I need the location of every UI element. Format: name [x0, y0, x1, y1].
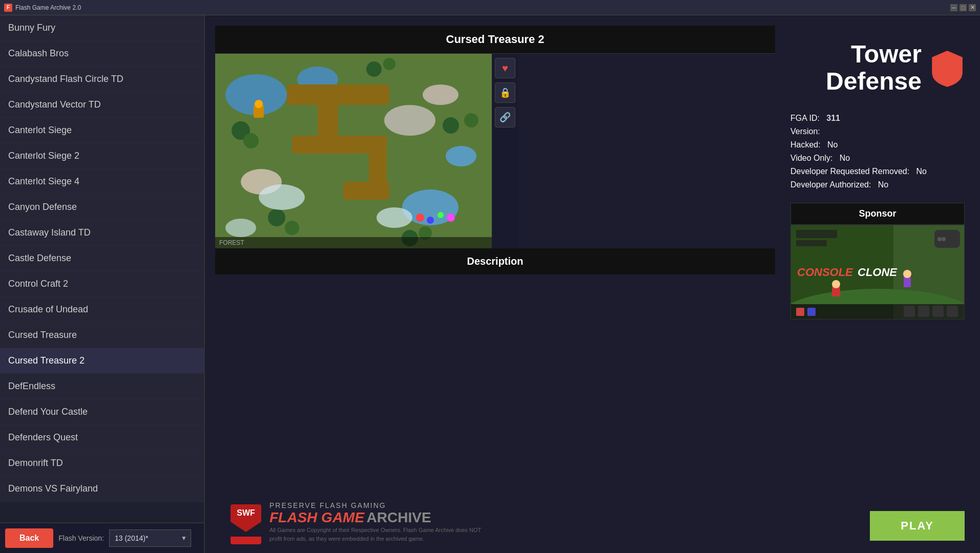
game-sidebar-buttons: ♥ 🔒 🔗	[492, 54, 518, 248]
flash-logo-text: PRESERVE FLASH GAMING FLASH GAME ARCHIVE…	[269, 501, 485, 543]
swf-badge-bottom	[231, 537, 261, 544]
swf-badge: SWF	[231, 504, 261, 522]
game-panel: Cursed Treasure 2	[215, 26, 970, 325]
hacked-value: No	[827, 140, 838, 149]
sidebar-item-canterlot-siege[interactable]: Canterlot Siege	[0, 118, 204, 143]
close-button[interactable]: ✕	[969, 4, 976, 11]
svg-rect-47	[796, 240, 827, 246]
svg-point-25	[225, 219, 256, 237]
dev-removed-row: Developer Requested Removed: No	[790, 167, 965, 176]
title-bar-controls[interactable]: ─ □ ✕	[950, 4, 976, 11]
svg-point-12	[423, 84, 458, 105]
flash-version-select[interactable]: 13 (2014)*	[109, 529, 191, 547]
svg-point-18	[285, 221, 299, 235]
svg-point-31	[447, 214, 455, 222]
sidebar-item-cursed-treasure-2[interactable]: Cursed Treasure 2	[0, 348, 204, 374]
svg-point-16	[464, 113, 478, 127]
svg-rect-55	[918, 306, 929, 317]
sidebar-item-bunny-fury[interactable]: Bunny Fury	[0, 15, 204, 41]
svg-point-33	[255, 100, 263, 108]
dev-authorized-row: Developer Authorized: No	[790, 180, 965, 189]
sidebar-item-canterlot-siege-4[interactable]: Canterlot Siege 4	[0, 169, 204, 195]
minimize-button[interactable]: ─	[950, 4, 957, 11]
bottom-section: SWF PRESERVE FLASH GAMING FLASH GAME ARC…	[215, 501, 970, 543]
sidebar-item-demons-vs-fairyland[interactable]: Demons VS Fairyland	[0, 476, 204, 502]
svg-point-44	[937, 237, 942, 241]
brand-red: FLASH GAME	[269, 509, 364, 525]
sidebar-item-defend-your-castle[interactable]: Defend Your Castle	[0, 399, 204, 425]
tower-defense-header: Tower Defense	[785, 31, 970, 105]
svg-text:CONSOLE: CONSOLE	[797, 266, 853, 279]
sidebar-item-crusade-of-undead[interactable]: Crusade of Undead	[0, 297, 204, 323]
category-title: Tower Defense	[790, 41, 922, 95]
sidebar: Bunny FuryCalabash BrosCandystand Flash …	[0, 15, 205, 553]
sidebar-item-castaway-island-td[interactable]: Castaway Island TD	[0, 220, 204, 246]
video-only-row: Video Only: No	[790, 154, 965, 163]
sidebar-item-def-endless[interactable]: DefEndless	[0, 374, 204, 399]
lock-icon: 🔒	[499, 87, 511, 98]
svg-rect-46	[796, 230, 837, 238]
sidebar-item-control-craft-2[interactable]: Control Craft 2	[0, 271, 204, 297]
meta-info: FGA ID: 311 Version: Hacked: No Video On…	[785, 105, 970, 198]
description-label: Description	[215, 248, 775, 274]
dev-removed-label: Developer Requested Removed:	[790, 167, 909, 176]
flash-version-wrapper[interactable]: 13 (2014)* ▼	[109, 529, 191, 547]
favorite-button[interactable]: ♥	[495, 58, 515, 78]
game-map-svg	[215, 54, 492, 248]
svg-point-28	[416, 214, 424, 222]
sidebar-list[interactable]: Bunny FuryCalabash BrosCandystand Flash …	[0, 15, 204, 522]
version-row: Version:	[790, 127, 965, 136]
dev-removed-value: No	[916, 167, 926, 176]
sidebar-item-demonrift-td[interactable]: Demonrift TD	[0, 451, 204, 476]
lock-button[interactable]: 🔒	[495, 82, 515, 103]
brand-gray: ARCHIVE	[367, 509, 431, 525]
description-text	[215, 274, 775, 305]
flash-version-label: Flash Version:	[58, 534, 104, 542]
sponsor-image-svg: CONSOLE CLONE	[791, 225, 964, 320]
video-only-value: No	[840, 154, 850, 162]
svg-point-22	[383, 58, 395, 70]
title-bar-left: F Flash Game Archive 2.0	[4, 4, 81, 12]
fga-id-row: FGA ID: 311	[790, 114, 965, 123]
svg-point-45	[942, 237, 946, 241]
main-layout: Bunny FuryCalabash BrosCandystand Flash …	[0, 15, 980, 553]
shield-icon	[930, 45, 965, 91]
link-button[interactable]: 🔗	[495, 107, 515, 127]
sidebar-item-candystand-vector-td[interactable]: Candystand Vector TD	[0, 92, 204, 118]
back-button[interactable]: Back	[5, 528, 53, 548]
svg-rect-56	[932, 306, 944, 317]
svg-point-21	[366, 61, 382, 77]
dev-authorized-value: No	[878, 180, 888, 189]
hacked-label: Hacked:	[790, 140, 821, 149]
sidebar-item-canterlot-siege-2[interactable]: Canterlot Siege 2	[0, 143, 204, 169]
version-label: Version:	[790, 127, 820, 136]
svg-rect-9	[343, 182, 389, 200]
maximize-button[interactable]: □	[960, 4, 967, 11]
svg-rect-50	[791, 304, 893, 320]
sidebar-bottom: Back Flash Version: 13 (2014)* ▼	[0, 522, 204, 553]
swf-badge-arrow	[231, 522, 261, 532]
game-title: Cursed Treasure 2	[215, 26, 775, 54]
svg-rect-54	[904, 306, 915, 317]
sidebar-item-canyon-defense[interactable]: Canyon Defense	[0, 195, 204, 220]
app-title: Flash Game Archive 2.0	[15, 4, 81, 11]
hacked-row: Hacked: No	[790, 140, 965, 150]
sidebar-item-defenders-quest[interactable]: Defenders Quest	[0, 425, 204, 451]
play-button[interactable]: PLAY	[870, 511, 965, 541]
svg-point-30	[437, 212, 444, 218]
svg-point-4	[446, 146, 476, 166]
sidebar-item-candystand-flash-circle-td[interactable]: Candystand Flash Circle TD	[0, 67, 204, 92]
svg-point-15	[443, 117, 459, 134]
copyright-text: All Games are Copyright of their Respect…	[269, 526, 485, 543]
sponsor-label: Sponsor	[790, 203, 965, 225]
brand-line: FLASH GAME ARCHIVE	[269, 509, 485, 526]
sidebar-item-calabash-bros[interactable]: Calabash Bros	[0, 41, 204, 67]
link-icon: 🔗	[499, 112, 511, 123]
game-screenshot: FOREST	[215, 54, 492, 248]
sidebar-item-castle-defense[interactable]: Castle Defense	[0, 246, 204, 271]
video-only-label: Video Only:	[790, 154, 832, 162]
svg-point-17	[268, 209, 285, 226]
sidebar-item-cursed-treasure[interactable]: Cursed Treasure	[0, 323, 204, 348]
game-left-panel: Cursed Treasure 2	[215, 26, 775, 325]
svg-rect-8	[369, 136, 387, 187]
